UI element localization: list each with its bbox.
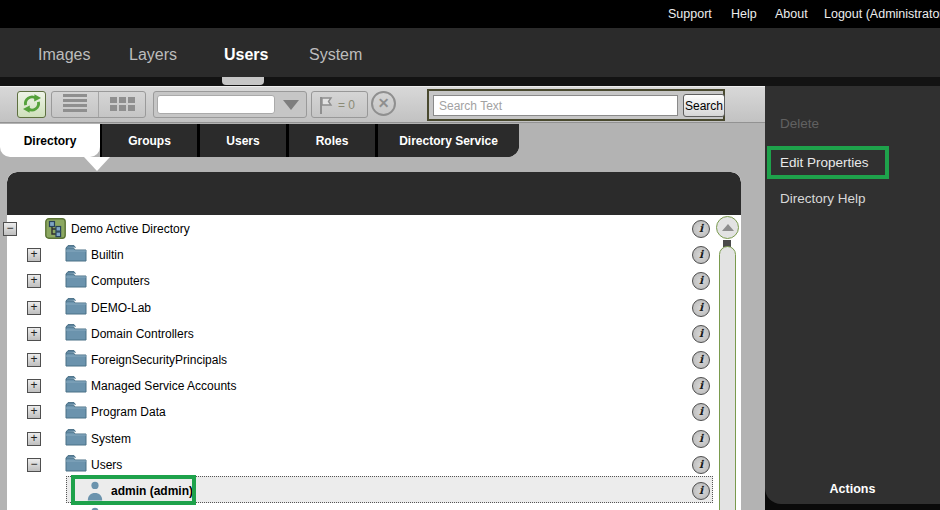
tree-row[interactable]: +DEMO-Labi (0, 295, 741, 321)
folder-icon-wrap (65, 297, 87, 319)
help-link[interactable]: Help (731, 7, 757, 21)
info-icon[interactable]: i (692, 456, 710, 474)
refresh-icon (21, 101, 43, 118)
tree-item-label: Demo Active Directory (71, 222, 190, 236)
nav-item-layers[interactable]: Layers (129, 46, 177, 64)
info-icon[interactable]: i (692, 220, 710, 238)
collapse-icon[interactable]: − (3, 222, 17, 236)
folder-icon (65, 428, 87, 446)
expand-icon[interactable]: + (27, 248, 41, 262)
tab-directory-service[interactable]: Directory Service (378, 124, 519, 157)
tree-row[interactable] (0, 504, 741, 510)
actions-sidebar: Delete Edit Properties Directory Help Ac… (765, 86, 940, 504)
expand-icon[interactable]: + (27, 432, 41, 446)
info-icon[interactable]: i (692, 377, 710, 395)
folder-icon (65, 323, 87, 341)
folder-icon-wrap (65, 375, 87, 397)
user-icon-wrap (85, 506, 107, 510)
folder-icon-wrap (65, 270, 87, 292)
expand-icon[interactable]: + (27, 274, 41, 288)
directory-server-icon-wrap (45, 218, 67, 240)
circled-x-icon: ✕ (371, 91, 396, 116)
folder-icon-wrap (65, 323, 87, 345)
grid-view-icon (110, 97, 136, 111)
tree-row[interactable]: +ForeignSecurityPrincipalsi (0, 347, 741, 373)
tab-users[interactable]: Users (200, 124, 286, 157)
refresh-button[interactable] (17, 91, 46, 118)
info-icon[interactable]: i (692, 246, 710, 264)
folder-icon-wrap (65, 349, 87, 371)
nav-item-images[interactable]: Images (38, 46, 90, 64)
tree-item-label: Users (91, 458, 122, 472)
tree-item-label: System (91, 432, 131, 446)
flag-counter-button[interactable]: = 0 (311, 91, 368, 118)
folder-icon-wrap (65, 454, 87, 476)
search-group: Search (427, 89, 725, 121)
info-icon[interactable]: i (692, 325, 710, 343)
tree-row[interactable]: −Demo Active Directoryi (0, 216, 741, 242)
tab-groups[interactable]: Groups (102, 124, 197, 157)
folder-icon (65, 375, 87, 393)
flag-icon (318, 96, 334, 115)
info-icon[interactable]: i (692, 351, 710, 369)
directory-server-icon (45, 218, 66, 239)
top-bar: Support Help About Logout (Administrator… (0, 0, 940, 28)
actions-panel-title: Actions (765, 482, 940, 496)
action-delete: Delete (780, 116, 819, 131)
folder-icon (65, 401, 87, 419)
folder-icon (65, 270, 87, 288)
nav-item-system[interactable]: System (309, 46, 362, 64)
tree-item-label: Builtin (91, 248, 124, 262)
info-icon[interactable]: i (692, 430, 710, 448)
info-icon[interactable]: i (692, 403, 710, 421)
expand-icon[interactable]: + (27, 405, 41, 419)
nav-divider-strip (0, 77, 940, 86)
info-icon[interactable]: i (692, 482, 710, 500)
active-tab-pointer (84, 157, 110, 171)
list-view-icon (52, 94, 98, 112)
search-input[interactable] (433, 95, 678, 116)
chevron-down-icon[interactable] (283, 100, 299, 110)
tree-row[interactable]: +Computersi (0, 268, 741, 294)
grid-view-button[interactable] (99, 92, 146, 117)
expand-icon[interactable]: + (27, 379, 41, 393)
tree-item-label: DEMO-Lab (91, 301, 151, 315)
expand-icon[interactable]: + (27, 327, 41, 341)
about-link[interactable]: About (775, 7, 808, 21)
folder-icon (65, 349, 87, 367)
folder-icon-wrap (65, 401, 87, 423)
tab-roles[interactable]: Roles (289, 124, 375, 157)
search-button[interactable]: Search (683, 94, 725, 117)
support-link[interactable]: Support (668, 7, 712, 21)
tree-row[interactable]: +Domain Controllersi (0, 321, 741, 347)
tab-directory[interactable]: Directory (0, 124, 100, 157)
tree-item-label: Computers (91, 274, 150, 288)
tree-item-label: Program Data (91, 405, 166, 419)
tree-row[interactable]: −Usersi (0, 452, 741, 478)
main-nav: Images Layers Users System (0, 28, 940, 77)
clear-button[interactable]: ✕ (371, 91, 399, 118)
tree-row[interactable]: +Managed Service Accountsi (0, 373, 741, 399)
collapse-icon[interactable]: − (27, 458, 41, 472)
tree-row[interactable]: +Builtini (0, 242, 741, 268)
folder-icon (65, 297, 87, 315)
action-directory-help[interactable]: Directory Help (780, 191, 866, 206)
filter-dropdown[interactable] (153, 91, 307, 118)
logout-link[interactable]: Logout (Administrator) (824, 7, 940, 21)
folder-icon-wrap (65, 244, 87, 266)
list-view-button[interactable] (52, 92, 99, 117)
expand-icon[interactable]: + (27, 301, 41, 315)
tree-rows-layer: −Demo Active Directoryi+Builtini+Compute… (0, 172, 765, 510)
view-toggle-group (51, 91, 146, 118)
info-icon[interactable]: i (692, 272, 710, 290)
tree-row[interactable]: +Program Datai (0, 399, 741, 425)
info-icon[interactable]: i (692, 299, 710, 317)
user-icon (85, 506, 105, 510)
tree-item-label: ForeignSecurityPrincipals (91, 353, 227, 367)
folder-icon (65, 454, 87, 472)
nav-item-users[interactable]: Users (224, 46, 268, 64)
highlight-box-admin (71, 475, 196, 505)
expand-icon[interactable]: + (27, 353, 41, 367)
tree-row[interactable]: +Systemi (0, 426, 741, 452)
folder-icon (65, 244, 87, 262)
